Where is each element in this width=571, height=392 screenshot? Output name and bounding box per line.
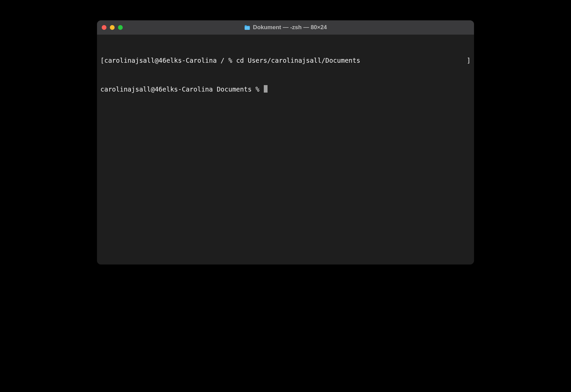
- window-title-area: Dokument — -zsh — 80×24: [244, 24, 327, 31]
- terminal-line-2: carolinajsall@46elks-Carolina Documents …: [100, 84, 471, 94]
- folder-icon: [244, 25, 250, 30]
- maximize-button[interactable]: [118, 25, 123, 30]
- minimize-button[interactable]: [110, 25, 115, 30]
- terminal-content[interactable]: [carolinajsall@46elks-Carolina / % cd Us…: [97, 35, 474, 264]
- terminal-line-1: [carolinajsall@46elks-Carolina / % cd Us…: [100, 56, 471, 65]
- prompt-2: carolinajsall@46elks-Carolina Documents …: [100, 85, 263, 94]
- title-bar: Dokument — -zsh — 80×24: [97, 20, 474, 35]
- window-title: Dokument — -zsh — 80×24: [253, 24, 327, 31]
- prompt-bracket-close: ]: [467, 56, 471, 65]
- close-button[interactable]: [102, 25, 106, 30]
- traffic-lights: [102, 25, 123, 30]
- prompt-bracket-open: [: [100, 57, 104, 64]
- cursor: [264, 85, 268, 93]
- prompt-1: carolinajsall@46elks-Carolina / %: [104, 57, 236, 64]
- terminal-window: Dokument — -zsh — 80×24 [carolinajsall@4…: [97, 20, 474, 264]
- command-1: cd Users/carolinajsall/Documents: [236, 57, 360, 64]
